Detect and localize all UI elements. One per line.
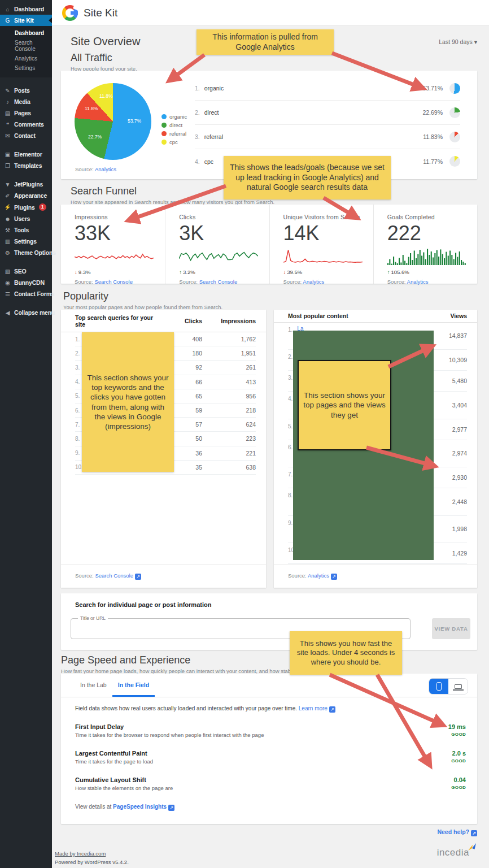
legend-dot [161,140,167,145]
sitekit-submenu-search-console[interactable]: Search Console [0,38,52,54]
sidebar-item-seo[interactable]: ▧SEO [0,266,52,277]
source-link[interactable]: Analytics [303,279,324,285]
row-rank: 6. [288,444,292,450]
field-data-note: Field data shows how real users actually… [75,705,335,713]
sitekit-submenu-analytics[interactable]: Analytics [0,54,52,63]
source-link[interactable]: Search Console [94,279,133,285]
row-rank: 6. [75,407,80,414]
date-range-selector[interactable]: Last 90 days ▾ [439,38,477,45]
source-link[interactable]: Analytics [95,166,116,172]
learn-more-link[interactable]: Learn more [299,705,328,711]
mobile-toggle-button[interactable] [429,679,448,694]
tab-in-the-field[interactable]: In the Field [112,674,155,697]
source-link[interactable]: Analytics [308,572,329,579]
source-link[interactable]: Search Console [95,572,133,579]
sidebar-item-settings[interactable]: ▥Settings [0,236,52,247]
sidebar-item-jetplugins[interactable]: ▼JetPlugins [0,179,52,190]
made-by-link[interactable]: Made by Incedia.com [55,850,106,857]
speed-metric-info: Cumulative Layout ShiftHow stable the el… [75,776,173,791]
sidebar-item-bunnycdn[interactable]: ◉BunnyCDN [0,277,52,288]
row-rank: 3. [75,364,80,371]
impressions-column-header: Impressions [202,318,256,324]
sidebar-item-templates[interactable]: ❐Templates [0,160,52,171]
impressions-value: 638 [202,464,256,471]
channel-percent: 22.69% [422,109,443,116]
desktop-toggle-button[interactable] [448,679,468,694]
row-rank: 4. [288,396,292,402]
speed-metric-desc: Time it takes for the page to load [75,758,153,765]
row-rank: 9. [75,450,80,456]
sidebar-item-contact[interactable]: ✉Contact [0,130,52,141]
pie-label: 11.8% [85,106,98,111]
sidebar-item-plugins[interactable]: ⚡Plugins1 [0,201,52,213]
row-rank: 7. [288,471,292,478]
appearance-icon: ✐ [4,193,11,199]
sitekit-icon: G [4,18,11,24]
wp-admin-sidebar: ⌂DashboardGSite KitDashboardSearch Conso… [0,0,52,868]
impressions-value: 223 [202,435,256,442]
sidebar-item-appearance[interactable]: ✐Appearance [0,190,52,201]
content-table-header: Most popular content Views [274,310,477,323]
sidebar-item-pages[interactable]: ▤Pages [0,107,52,119]
desktop-icon [455,684,462,689]
sidebar-item-dashboard[interactable]: ⌂Dashboard [0,3,52,15]
speed-metric-desc: Time it takes for the browser to respond… [75,732,264,738]
speed-metric-name: First Input Delay [75,723,264,730]
view-data-button[interactable]: VIEW DATA [432,618,470,639]
legend-item-direct: direct [161,122,187,128]
sidebar-item-site-kit[interactable]: GSite Kit [0,15,52,26]
row-rank: 7. [75,422,80,428]
pie-label: 11.8% [99,93,112,99]
annotation-note-top-pages: This section shows your top pages and th… [298,360,391,450]
section-title: All Traffic [71,52,137,64]
sidebar-item-comments[interactable]: ❝Comments [0,119,52,130]
metric-value: 33K [75,222,155,245]
need-help-link[interactable]: Need help? [437,828,477,836]
row-rank: 5. [75,393,80,399]
product-name: Site Kit [84,7,117,19]
incedia-spark-icon [468,843,476,851]
sidebar-item-label: Templates [14,162,42,169]
channel-percent: 11.77% [423,158,443,165]
sidebar-item-posts[interactable]: ✎Posts [0,85,52,96]
metric-goals-completed: Goals Completed222↑105.6%Source: Analyti… [373,205,477,284]
page-speed-card: In the LabIn the Field Field data shows … [61,674,477,824]
metric-delta: ↑105.6% [387,269,467,275]
plugins-icon: ⚡ [4,204,11,210]
status-badge: GOOD [448,732,466,737]
source-prefix: Source: [75,572,94,579]
sidebar-item-label: Users [14,215,30,222]
incedia-logo-text: incedia [437,847,469,858]
sidebar-item-tools[interactable]: ⚒Tools [0,224,52,236]
delta-percent: 105.6% [391,269,409,275]
channel-percent: 53.71% [422,85,443,92]
metric-label: Impressions [75,214,155,220]
view-details-prefix: View details at [75,804,111,810]
device-toggle [429,678,468,695]
sidebar-item-contact-forms[interactable]: ☰Contact Forms [0,288,52,300]
sitekit-submenu-settings[interactable]: Settings [0,63,52,73]
speed-metric-info: First Input DelayTime it takes for the b… [75,723,264,738]
sidebar-item-media[interactable]: ♪Media [0,96,52,107]
sitekit-submenu-dashboard[interactable]: Dashboard [0,28,52,38]
sidebar-item-collapse-menu[interactable]: ◀Collapse menu [0,307,52,318]
metric-label: Clicks [179,214,259,220]
source-prefix: Source: [75,166,94,172]
collapse-icon: ◀ [4,310,11,316]
tab-in-the-lab[interactable]: In the Lab [75,674,112,697]
content-header: Most popular content [288,313,427,319]
incedia-logo: incedia [437,843,476,858]
sidebar-item-theme-options[interactable]: ⚙Theme Options [0,247,52,258]
pie-legend: organicdirectreferralcpc [161,114,187,147]
pagespeed-insights-link[interactable]: PageSpeed Insights [113,804,167,810]
sidebar-item-users[interactable]: ☻Users [0,213,52,224]
external-link-icon [471,830,477,836]
sidebar-item-elementor[interactable]: ▣Elementor [0,149,52,160]
chevron-down-icon: ▾ [474,38,477,45]
impressions-value: 413 [202,379,256,385]
speed-metric-value: 0.04GOOD [451,776,466,791]
source-link[interactable]: Analytics [407,279,429,285]
source-link[interactable]: Search Console [199,279,238,285]
sidebar-item-label: Collapse menu [14,309,55,316]
legend-dot [161,114,167,119]
